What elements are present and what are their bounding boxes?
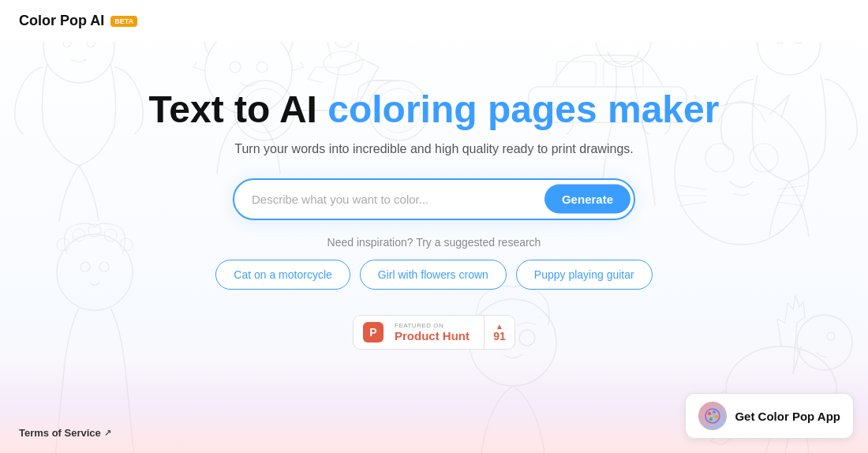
get-app-label: Get Color Pop App	[735, 410, 840, 423]
logo-text: Color Pop AI	[19, 13, 104, 29]
footer-terms[interactable]: Terms of Service ↗	[19, 427, 111, 439]
svg-point-44	[715, 415, 718, 418]
suggestion-pill-3[interactable]: Puppy playing guitar	[516, 260, 653, 290]
product-hunt-icon: P	[363, 322, 383, 343]
palette-icon	[703, 406, 722, 425]
external-link-icon: ↗	[104, 428, 111, 438]
inspiration-label: Need inspiration? Try a suggested resear…	[327, 236, 541, 249]
ph-score: 91	[493, 331, 506, 342]
suggestion-pill-2[interactable]: Girl with flowers crown	[360, 260, 507, 290]
navbar: Color Pop AI Beta	[0, 0, 868, 42]
search-container: Generate	[233, 178, 635, 220]
svg-point-43	[713, 410, 716, 414]
product-hunt-badge[interactable]: P FEATURED ON Product Hunt ▲ 91	[353, 315, 515, 350]
generate-button[interactable]: Generate	[544, 185, 630, 214]
ph-featured-on: FEATURED ON	[395, 322, 470, 329]
main-content: Text to AI coloring pages maker Turn you…	[0, 42, 868, 350]
ph-text-area: FEATURED ON Product Hunt	[390, 322, 474, 343]
ph-logo-area: P FEATURED ON Product Hunt	[354, 316, 485, 349]
headline: Text to AI coloring pages maker	[149, 89, 720, 131]
subtitle: Turn your words into incredible and high…	[234, 142, 633, 156]
ph-score-area: ▲ 91	[485, 316, 514, 349]
terms-label: Terms of Service	[19, 427, 101, 439]
svg-point-45	[709, 417, 713, 421]
headline-part2: coloring pages maker	[327, 88, 719, 130]
logo-area: Color Pop AI Beta	[19, 13, 137, 29]
headline-part1: Text to AI	[149, 88, 328, 130]
beta-badge: Beta	[110, 16, 137, 27]
ph-name: Product Hunt	[395, 329, 470, 343]
suggestion-pills: Cat on a motorcycle Girl with flowers cr…	[215, 260, 652, 290]
get-app-button[interactable]: Get Color Pop App	[685, 393, 854, 439]
suggestion-pill-1[interactable]: Cat on a motorcycle	[215, 260, 350, 290]
app-icon	[698, 402, 727, 430]
svg-point-42	[708, 412, 711, 415]
